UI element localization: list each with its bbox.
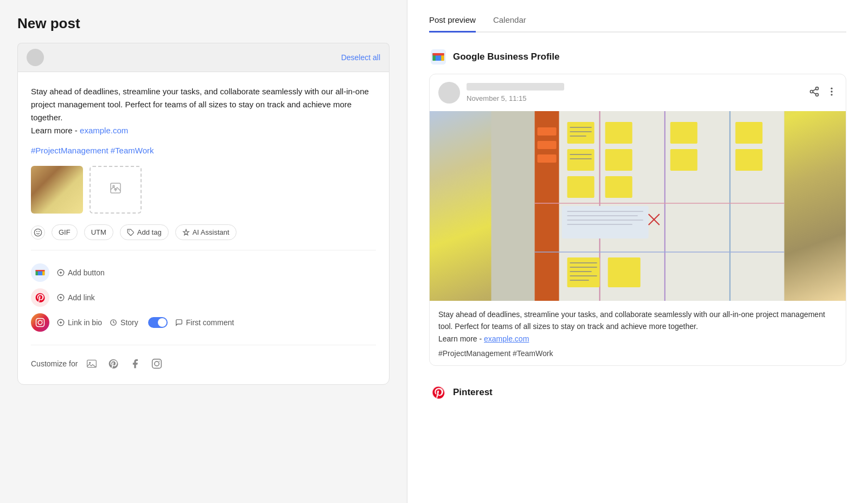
svg-rect-47 (538, 141, 557, 149)
add-tag-label: Add tag (137, 228, 162, 236)
svg-rect-11 (36, 270, 45, 272)
gbp-add-button-btn[interactable]: Add button (57, 268, 105, 277)
post-hashtags[interactable]: #ProjectManagement #TeamWork (31, 146, 376, 155)
svg-point-42 (831, 94, 832, 95)
svg-point-37 (816, 93, 819, 96)
tab-calendar[interactable]: Calendar (493, 15, 526, 33)
post-link[interactable]: example.com (80, 126, 128, 135)
divider-2 (31, 345, 376, 345)
svg-point-35 (816, 87, 819, 89)
instagram-icon (31, 313, 49, 332)
gbp-avatar (438, 82, 460, 104)
gbp-post-time: November 5, 11:15 (467, 94, 527, 102)
gbp-section-icon (429, 48, 448, 66)
gbp-icon (31, 263, 49, 282)
svg-rect-57 (605, 176, 633, 198)
gbp-preview-image (430, 111, 846, 301)
pinterest-preview-section: Pinterest (429, 383, 846, 402)
gbp-preview-card: November 5, 11:15 (429, 74, 846, 366)
customize-icon-pinterest[interactable] (106, 356, 121, 371)
svg-point-20 (42, 320, 43, 321)
gbp-section-header: Google Business Profile (429, 48, 846, 66)
add-media-icon (109, 182, 122, 198)
svg-rect-53 (567, 149, 595, 171)
pinterest-add-link-label: Add link (68, 293, 95, 302)
share-icon[interactable] (809, 86, 820, 100)
instagram-link-bio-label: Link in bio (68, 318, 102, 327)
gbp-section-title: Google Business Profile (453, 51, 560, 62)
svg-point-41 (831, 91, 832, 92)
svg-point-4 (34, 229, 41, 236)
instagram-story-label: Story (120, 318, 138, 327)
svg-point-19 (38, 320, 42, 325)
page-title: New post (17, 15, 390, 32)
svg-point-1 (113, 185, 114, 187)
utm-button[interactable]: UTM (84, 224, 113, 240)
tabs-row: Post preview Calendar (429, 15, 846, 33)
svg-point-28 (155, 362, 159, 366)
ai-assistant-label: AI Assistant (193, 228, 229, 236)
instagram-first-comment-label: First comment (186, 318, 234, 327)
customize-icon-instagram[interactable] (149, 356, 164, 371)
pinterest-section-header: Pinterest (429, 383, 846, 402)
gbp-preview-section: Google Business Profile November 5, 11:1… (429, 48, 846, 366)
instagram-story-btn[interactable]: Story (110, 318, 138, 327)
story-toggle[interactable] (148, 317, 168, 328)
customize-label: Customize for (31, 359, 78, 368)
left-panel: New post Deselect all Stay ahead of dead… (0, 0, 407, 503)
gbp-caption-link[interactable]: example.com (484, 334, 529, 343)
deselect-all-button[interactable]: Deselect all (341, 53, 380, 62)
gbp-name-bar (467, 83, 564, 91)
gbp-card-header: November 5, 11:15 (430, 74, 846, 111)
network-icons (27, 49, 44, 66)
pinterest-platform-row: Add link (31, 285, 376, 310)
customize-icon-facebook[interactable] (127, 356, 143, 371)
network-icon-1[interactable] (27, 49, 44, 66)
customize-icon-gbp[interactable] (84, 356, 99, 371)
toolbar-row: GIF UTM Add tag AI Assistant (31, 224, 376, 240)
emoji-button[interactable] (31, 225, 45, 240)
svg-point-26 (89, 362, 91, 364)
customize-row: Customize for (31, 356, 376, 371)
right-panel: Post preview Calendar Google Business Pr… (407, 0, 868, 503)
svg-rect-76 (567, 257, 600, 287)
gbp-preview-actions (809, 86, 837, 100)
svg-rect-59 (671, 149, 698, 171)
instagram-first-comment-btn[interactable]: First comment (175, 318, 234, 327)
svg-line-38 (813, 92, 816, 94)
svg-rect-69 (562, 206, 649, 238)
svg-rect-45 (535, 111, 559, 301)
post-card: Stay ahead of deadlines, streamline your… (17, 72, 390, 385)
divider-1 (31, 250, 376, 250)
add-tag-button[interactable]: Add tag (120, 224, 169, 240)
svg-rect-18 (36, 319, 44, 327)
svg-rect-77 (608, 257, 641, 287)
ai-assistant-button[interactable]: AI Assistant (175, 224, 237, 240)
network-bar: Deselect all (17, 43, 390, 72)
svg-rect-27 (152, 359, 162, 369)
svg-line-39 (813, 89, 816, 91)
svg-rect-60 (736, 122, 763, 144)
add-media-button[interactable] (90, 166, 142, 214)
svg-rect-34 (433, 53, 444, 55)
gbp-preview-caption: Stay ahead of deadlines, streamline your… (430, 301, 846, 365)
gbp-add-button-label: Add button (68, 268, 105, 277)
gbp-caption-hashtags: #ProjectManagement #TeamWork (438, 349, 837, 358)
pinterest-section-icon (429, 383, 448, 402)
gif-button[interactable]: GIF (52, 224, 78, 240)
pinterest-add-link-btn[interactable]: Add link (57, 293, 95, 302)
tab-post-preview[interactable]: Post preview (429, 15, 476, 33)
svg-point-40 (831, 87, 832, 89)
more-options-icon[interactable] (826, 86, 837, 100)
media-thumb-image (31, 166, 83, 214)
svg-rect-58 (671, 122, 698, 144)
instagram-link-bio-btn[interactable]: Link in bio (57, 318, 102, 327)
pinterest-icon (31, 288, 49, 307)
svg-rect-48 (538, 154, 557, 163)
post-text-area[interactable]: Stay ahead of deadlines, streamline your… (31, 85, 376, 137)
svg-rect-56 (605, 149, 633, 171)
svg-rect-55 (605, 122, 633, 144)
media-thumbnail[interactable] (31, 166, 83, 214)
pinterest-section-title: Pinterest (453, 387, 493, 398)
svg-point-36 (810, 90, 813, 93)
